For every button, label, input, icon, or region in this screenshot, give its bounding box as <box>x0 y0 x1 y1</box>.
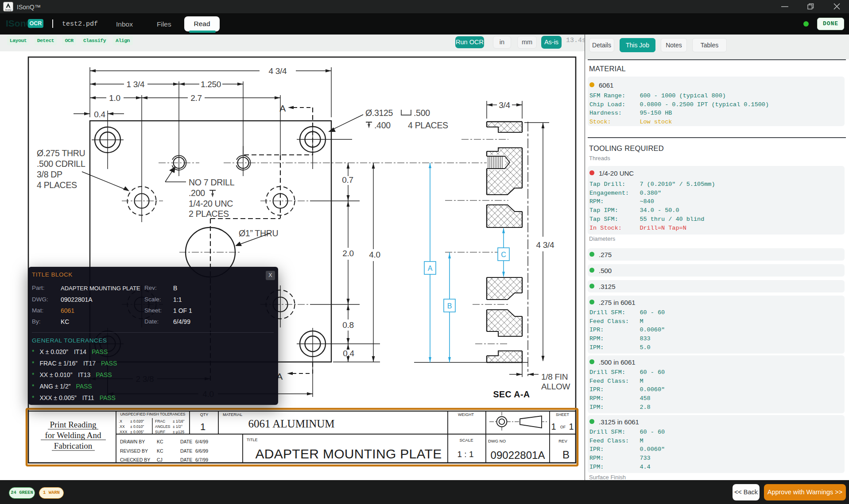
svg-text:2 PLACES: 2 PLACES <box>189 209 229 219</box>
svg-text:1/4-20 UNC: 1/4-20 UNC <box>189 199 233 208</box>
svg-text:± 1/16”: ± 1/16” <box>173 419 185 423</box>
svg-text:3/8 DP: 3/8 DP <box>37 169 62 179</box>
svg-text:0.8: 0.8 <box>342 320 354 330</box>
svg-text:0.7: 0.7 <box>342 175 353 185</box>
svg-text:for Welding And: for Welding And <box>45 431 101 440</box>
svg-text:1: 1 <box>200 421 205 432</box>
svg-text:4 PLACES: 4 PLACES <box>37 180 77 190</box>
svg-text:2.0: 2.0 <box>342 249 354 258</box>
svg-text:SEC A-A: SEC A-A <box>493 389 530 399</box>
svg-text:WEIGHT: WEIGHT <box>458 412 474 417</box>
svg-text:ALLOW: ALLOW <box>541 382 570 391</box>
svg-text:ADAPTER MOUNTING PLATE: ADAPTER MOUNTING PLATE <box>255 446 442 461</box>
svg-text:IsonQ: IsonQ <box>5 8 11 11</box>
svg-text:DATE: DATE <box>180 448 192 454</box>
svg-text:NO 7 DRILL: NO 7 DRILL <box>189 177 235 187</box>
svg-text:± 0.010”: ± 0.010” <box>130 424 144 429</box>
svg-text:Ø1” THRU: Ø1” THRU <box>239 228 278 238</box>
svg-text:DRAWN BY: DRAWN BY <box>120 439 145 444</box>
svg-text:6061 ALUMINUM: 6061 ALUMINUM <box>248 418 334 430</box>
svg-text:B: B <box>562 449 570 461</box>
svg-text:.500 CDRILL: .500 CDRILL <box>37 159 85 169</box>
svg-text:0.4: 0.4 <box>343 349 354 358</box>
svg-text:.500: .500 <box>414 108 430 118</box>
svg-text:± 0.020”: ± 0.020” <box>130 419 144 423</box>
svg-text:QTY: QTY <box>200 412 209 417</box>
svg-text:FRAC: FRAC <box>155 419 165 423</box>
svg-text:± 1/2°: ± 1/2° <box>173 424 182 429</box>
svg-text:2.7: 2.7 <box>190 93 202 103</box>
svg-text:DATE: DATE <box>180 439 192 444</box>
svg-text:KC: KC <box>157 439 163 444</box>
svg-text:Fabrication: Fabrication <box>54 441 93 450</box>
svg-text:6/4/99: 6/4/99 <box>195 439 208 444</box>
svg-text:6/7/99: 6/7/99 <box>195 457 208 462</box>
svg-text:4 3/4: 4 3/4 <box>536 240 554 250</box>
svg-text:0.4: 0.4 <box>94 110 105 119</box>
svg-text:CHECKED BY: CHECKED BY <box>120 457 150 462</box>
svg-text:1: 1 <box>551 422 556 431</box>
svg-text:.400: .400 <box>374 120 391 130</box>
svg-text:± 0.005”: ± 0.005” <box>130 430 144 434</box>
svg-text:1: 1 <box>569 422 574 431</box>
svg-text:09022801A: 09022801A <box>491 449 545 461</box>
svg-text:± µ125: ± µ125 <box>173 430 184 434</box>
svg-text:DATE: DATE <box>180 457 192 462</box>
svg-text:TITLE: TITLE <box>247 438 258 442</box>
svg-text:B: B <box>447 302 452 310</box>
svg-text:.X: .X <box>119 419 122 423</box>
svg-text:Ø.3125: Ø.3125 <box>365 108 393 118</box>
svg-text:1.0: 1.0 <box>109 93 120 103</box>
svg-text:SURF: SURF <box>155 430 165 434</box>
svg-text:REVISED BY: REVISED BY <box>120 448 148 454</box>
svg-text:6/6/99: 6/6/99 <box>195 448 208 454</box>
svg-text:REV: REV <box>558 439 567 443</box>
svg-text:MATERIAL: MATERIAL <box>223 412 242 417</box>
svg-text:SHEET: SHEET <box>556 412 570 417</box>
svg-text:OF: OF <box>560 425 566 429</box>
svg-text:Ø.275 THRU: Ø.275 THRU <box>37 148 85 158</box>
svg-text:1 : 1: 1 : 1 <box>457 450 474 459</box>
svg-text:1 3/4: 1 3/4 <box>127 80 145 89</box>
svg-text:3/4: 3/4 <box>499 100 510 110</box>
svg-text:1.250: 1.250 <box>201 80 221 89</box>
svg-text:ANGLES: ANGLES <box>155 424 171 429</box>
svg-text:4.0: 4.0 <box>369 250 380 259</box>
svg-text:.XXX: .XXX <box>119 430 128 434</box>
svg-text:Print Reading: Print Reading <box>50 420 97 429</box>
svg-text:A: A <box>428 265 433 272</box>
svg-text:C: C <box>501 251 506 258</box>
svg-text:SCALE: SCALE <box>459 438 473 442</box>
svg-text:CJ: CJ <box>157 457 163 462</box>
svg-text:KC: KC <box>157 448 163 454</box>
svg-text:UNSPECIFIED FINISH TOLERANCES: UNSPECIFIED FINISH TOLERANCES <box>120 412 185 416</box>
svg-text:1/8 FIN: 1/8 FIN <box>541 372 568 381</box>
svg-text:4 3/4: 4 3/4 <box>269 66 287 76</box>
svg-text:.XX: .XX <box>119 424 125 429</box>
svg-text:.200: .200 <box>189 188 205 198</box>
svg-text:DWG NO: DWG NO <box>488 439 506 443</box>
svg-text:4 PLACES: 4 PLACES <box>408 120 448 130</box>
